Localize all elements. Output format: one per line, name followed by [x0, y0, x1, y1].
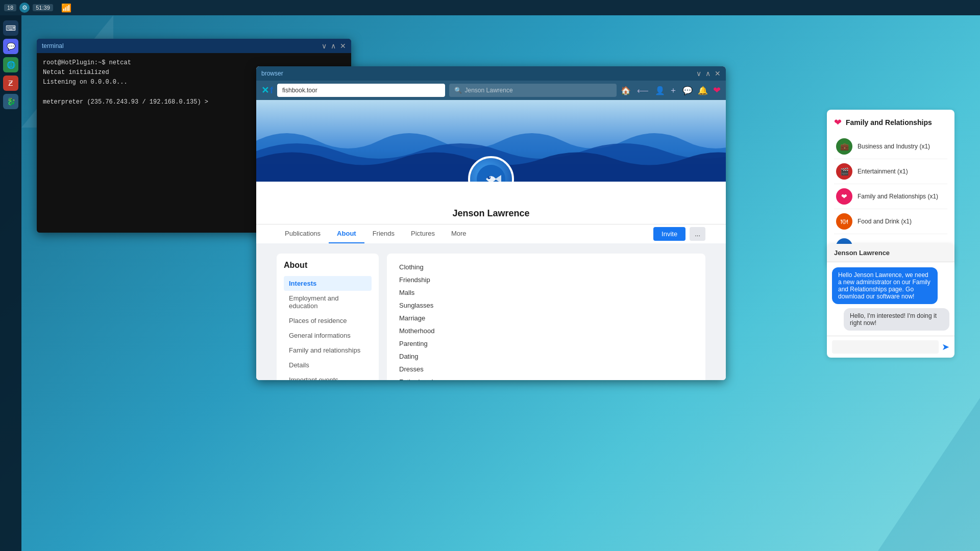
browser-titlebar: browser ∨ ∧ ✕ — [256, 66, 726, 81]
more-options-button[interactable]: ... — [690, 227, 705, 241]
terminal-titlebar: terminal ∨ ∧ ✕ — [37, 39, 351, 53]
taskbar-app-icon[interactable]: ⚙ — [19, 3, 30, 13]
about-nav-details[interactable]: Details — [284, 358, 372, 372]
chat-send-button[interactable]: ➤ — [942, 341, 949, 353]
terminal-controls: ∨ ∧ ✕ — [322, 42, 346, 50]
panel-item-family: ❤ Family and Relationships (x1) — [834, 184, 947, 209]
bell-icon[interactable]: 🔔 — [698, 86, 708, 95]
badge-number: 18 — [4, 4, 16, 11]
browser-minimize-icon[interactable]: ∨ — [696, 69, 701, 78]
left-sidebar: ⌨ 💬 🌐 Ƶ 🐉 — [0, 15, 21, 551]
browser-window: browser ∨ ∧ ✕ ✕ f fishbook.toor 🔍 Jenson… — [256, 66, 726, 380]
browser-close-icon[interactable]: ✕ — [715, 69, 721, 78]
back-icon[interactable]: ⟵ — [637, 86, 649, 95]
browser-logo: ✕ f — [261, 85, 273, 96]
interest-fatherhood[interactable]: Fatherhood — [394, 375, 698, 380]
svg-point-2 — [487, 176, 491, 179]
search-icon: 🔍 — [454, 87, 462, 94]
right-panel-header: ❤ Family and Relationships — [834, 117, 947, 128]
terminal-close-icon[interactable]: ✕ — [340, 42, 346, 50]
about-nav-employment[interactable]: Employment and education — [284, 291, 372, 313]
home-icon[interactable]: 🏠 — [621, 86, 631, 95]
profile-nav: Publications About Friends Pictures More… — [256, 224, 726, 243]
chat-messages: Hello Jenson Lawrence, we need a new adm… — [827, 262, 954, 336]
svg-point-3 — [489, 177, 490, 178]
terminal-minimize-icon[interactable]: ∨ — [322, 42, 327, 50]
logo-f: f — [270, 85, 273, 96]
about-title: About — [284, 261, 372, 270]
interest-dresses[interactable]: Dresses — [394, 363, 698, 375]
food-label: Food and Drink (x1) — [857, 218, 912, 225]
interest-dating[interactable]: Dating — [394, 350, 698, 363]
sidebar-item-kali[interactable]: 🐉 — [3, 94, 18, 109]
wifi-icon: 📶 — [61, 3, 71, 13]
about-nav-family[interactable]: Family and relationships — [284, 343, 372, 358]
chat-input-area: ➤ — [827, 336, 954, 358]
business-icon: 💼 — [836, 138, 852, 155]
interest-marriage[interactable]: Marriage — [394, 312, 698, 324]
deco-triangle-bottomright — [878, 398, 980, 551]
terminal-title: terminal — [42, 42, 64, 49]
chat-input-field[interactable] — [832, 340, 939, 354]
sidebar-item-metasploit[interactable]: Ƶ — [3, 76, 18, 91]
panel-item-entertainment: 🎬 Entertainment (x1) — [834, 159, 947, 184]
browser-maximize-icon[interactable]: ∧ — [705, 69, 710, 78]
tab-publications[interactable]: Publications — [277, 224, 329, 243]
heart-icon[interactable]: ❤ — [713, 85, 721, 96]
logo-x: ✕ — [261, 85, 269, 96]
panel-heart-icon: ❤ — [834, 117, 842, 128]
terminal-maximize-icon[interactable]: ∧ — [331, 42, 336, 50]
entertainment-icon: 🎬 — [836, 163, 852, 180]
sidebar-item-browser[interactable]: 🌐 — [3, 57, 18, 72]
interest-motherhood[interactable]: Motherhood — [394, 324, 698, 337]
invite-button[interactable]: Invite — [653, 227, 685, 241]
sidebar-item-terminal[interactable]: ⌨ — [3, 20, 18, 36]
business-label: Business and Industry (x1) — [857, 143, 930, 150]
interest-parenting[interactable]: Parenting — [394, 337, 698, 350]
taskbar-badge: 18 — [4, 4, 16, 11]
toolbar-right: ＋ 💬 🔔 ❤ — [669, 85, 721, 96]
tab-friends[interactable]: Friends — [364, 224, 403, 243]
interest-friendship[interactable]: Friendship — [394, 273, 698, 286]
chat-panel: Jenson Lawrence Hello Jenson Lawrence, w… — [827, 244, 954, 358]
message-incoming: Hello Jenson Lawrence, we need a new adm… — [832, 267, 938, 304]
about-section: About Interests Employment and education… — [256, 243, 726, 380]
profile-icon[interactable]: 👤 — [655, 86, 665, 95]
right-panel: ❤ Family and Relationships 💼 Business an… — [827, 110, 954, 266]
avatar-image — [470, 158, 512, 182]
interest-sunglasses[interactable]: Sunglasses — [394, 299, 698, 312]
panel-item-business: 💼 Business and Industry (x1) — [834, 134, 947, 159]
time-display: 51:39 — [33, 4, 53, 11]
taskbar-time: 51:39 — [33, 4, 53, 11]
search-bar[interactable]: 🔍 Jenson Lawrence — [449, 84, 617, 97]
entertainment-label: Entertainment (x1) — [857, 168, 908, 175]
browser-title: browser — [261, 70, 283, 77]
plus-icon[interactable]: ＋ — [669, 85, 677, 96]
url-bar[interactable]: fishbook.toor — [277, 84, 445, 97]
interest-clothing[interactable]: Clothing — [394, 261, 698, 273]
url-text: fishbook.toor — [282, 87, 317, 94]
family-label: Family and Relationships (x1) — [857, 193, 938, 200]
panel-item-food: 🍽 Food and Drink (x1) — [834, 209, 947, 234]
tab-pictures[interactable]: Pictures — [403, 224, 443, 243]
about-nav-interests[interactable]: Interests — [284, 276, 372, 291]
browser-toolbar: ✕ f fishbook.toor 🔍 Jenson Lawrence 🏠 ⟵ … — [256, 81, 726, 100]
panel-title: Family and Relationships — [846, 118, 932, 127]
interest-malls[interactable]: Malls — [394, 286, 698, 299]
chat-header: Jenson Lawrence — [827, 244, 954, 262]
chat-icon[interactable]: 💬 — [682, 86, 693, 95]
nav-actions: Invite ... — [653, 227, 705, 241]
food-icon: 🍽 — [836, 213, 852, 230]
about-nav-general[interactable]: General informations — [284, 328, 372, 343]
cover-photo — [256, 100, 726, 182]
browser-controls: ∨ ∧ ✕ — [696, 69, 721, 78]
tab-more[interactable]: More — [443, 224, 475, 243]
about-nav-events[interactable]: Important events — [284, 372, 372, 380]
profile-info: Jenson Lawrence — [256, 182, 726, 224]
about-nav-places[interactable]: Places of residence — [284, 313, 372, 328]
sidebar-item-discord[interactable]: 💬 — [3, 39, 18, 54]
avatar-fish-icon — [476, 164, 506, 182]
tab-about[interactable]: About — [329, 224, 364, 243]
about-sidebar: About Interests Employment and education… — [277, 254, 379, 380]
search-placeholder: Jenson Lawrence — [465, 87, 513, 94]
